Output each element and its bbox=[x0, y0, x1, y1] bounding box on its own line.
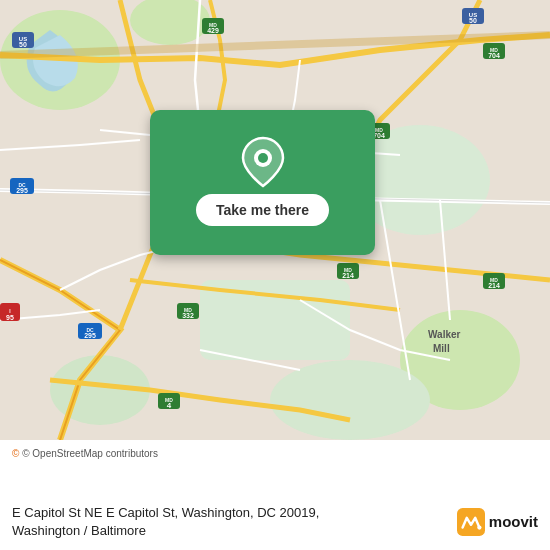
svg-text:704: 704 bbox=[488, 52, 500, 59]
svg-text:50: 50 bbox=[19, 41, 27, 48]
svg-text:95: 95 bbox=[6, 314, 14, 321]
svg-text:50: 50 bbox=[469, 17, 477, 24]
navigation-overlay-card: Take me there bbox=[150, 110, 375, 255]
svg-point-46 bbox=[258, 153, 268, 163]
address-line1: E Capitol St NE E Capitol St, Washington… bbox=[12, 504, 457, 522]
address-row: E Capitol St NE E Capitol St, Washington… bbox=[12, 500, 538, 544]
svg-text:295: 295 bbox=[84, 332, 96, 339]
svg-point-48 bbox=[477, 525, 481, 529]
svg-rect-47 bbox=[457, 508, 485, 536]
location-pin bbox=[241, 140, 285, 184]
svg-text:332: 332 bbox=[182, 312, 194, 319]
svg-text:429: 429 bbox=[207, 27, 219, 34]
svg-text:214: 214 bbox=[488, 282, 500, 289]
svg-text:Mill: Mill bbox=[433, 343, 450, 354]
take-me-there-button[interactable]: Take me there bbox=[196, 194, 329, 226]
map-area: Walker Mill US 50 US 50 MD 429 MD 704 MD… bbox=[0, 0, 550, 440]
walker-mill-label: Walker bbox=[428, 329, 461, 340]
moovit-icon-svg bbox=[457, 508, 485, 536]
bottom-info-bar: © © OpenStreetMap contributors E Capitol… bbox=[0, 440, 550, 550]
svg-point-5 bbox=[270, 360, 430, 440]
svg-text:4: 4 bbox=[167, 401, 172, 410]
map-attribution: © © OpenStreetMap contributors bbox=[12, 448, 538, 459]
moovit-logo: moovit bbox=[457, 508, 538, 536]
attribution-symbol: © bbox=[12, 448, 19, 459]
attribution-text: © OpenStreetMap contributors bbox=[22, 448, 158, 459]
address-line2: Washington / Baltimore bbox=[12, 522, 457, 540]
address-block: E Capitol St NE E Capitol St, Washington… bbox=[12, 504, 457, 540]
svg-text:295: 295 bbox=[16, 187, 28, 194]
moovit-name: moovit bbox=[489, 513, 538, 530]
svg-text:214: 214 bbox=[342, 272, 354, 279]
main-container: Walker Mill US 50 US 50 MD 429 MD 704 MD… bbox=[0, 0, 550, 550]
